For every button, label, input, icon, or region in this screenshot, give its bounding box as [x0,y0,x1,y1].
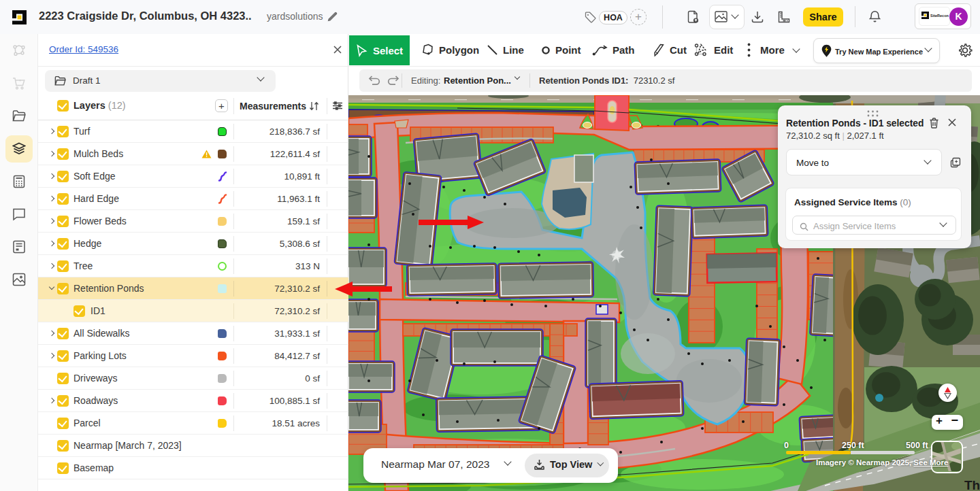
svg-text:Th: Th [964,478,980,491]
